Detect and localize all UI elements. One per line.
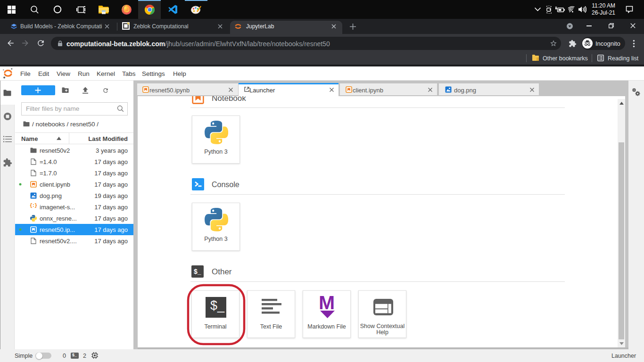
svg-text:$_: $_ bbox=[194, 268, 201, 275]
